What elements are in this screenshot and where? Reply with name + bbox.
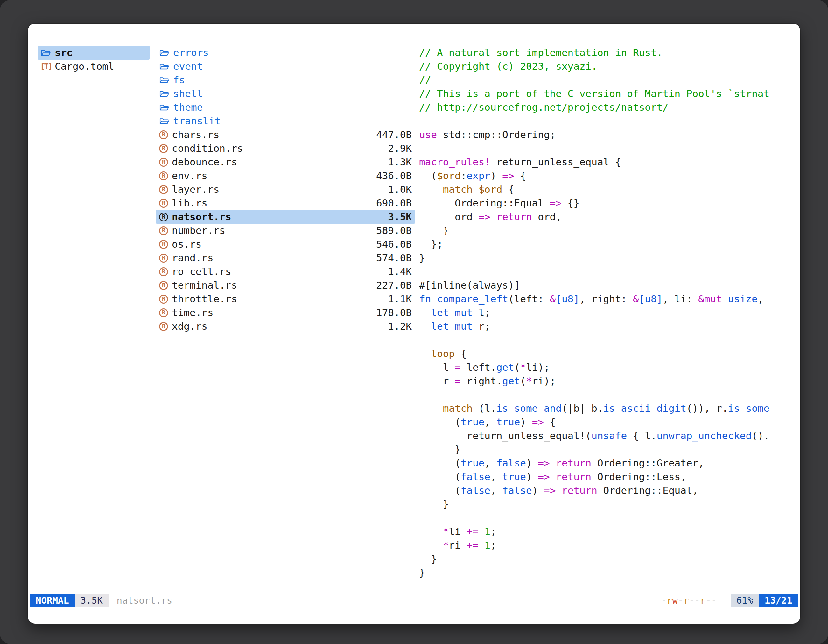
code-line: let mut l; xyxy=(419,306,788,320)
file-item-ro-cell-rs[interactable]: Rro_cell.rs1.4K xyxy=(156,265,415,278)
pane-divider xyxy=(416,46,416,586)
file-item-debounce-rs[interactable]: Rdebounce.rs1.3K xyxy=(156,155,415,169)
code-token: { xyxy=(455,348,466,359)
code-line: Ordering::Equal => {} xyxy=(419,196,788,210)
code-token: ri); xyxy=(532,375,556,387)
file-size: 1.3K xyxy=(388,155,412,169)
code-line: fn compare_left(left: &[u8], right: &[u8… xyxy=(419,292,788,306)
code-token: std::cmp::Ordering; xyxy=(437,129,556,140)
folder-open-icon xyxy=(159,102,169,113)
file-item-terminal-rs[interactable]: Rterminal.rs227.0B xyxy=(156,278,415,292)
code-token: // Copyright (c) 2023, sxyazi. xyxy=(419,60,597,72)
code-token: , xyxy=(490,471,502,483)
code-token xyxy=(478,526,485,537)
file-item-fs[interactable]: fs xyxy=(156,73,415,87)
code-token: , xyxy=(758,293,764,304)
file-item-chars-rs[interactable]: Rchars.rs447.0B xyxy=(156,128,415,142)
code-token: ri xyxy=(448,539,466,551)
rust-file-icon: R xyxy=(159,199,168,208)
parent-item-cargo-toml[interactable]: [T]Cargo.toml xyxy=(38,60,149,73)
file-name: lib.rs xyxy=(172,196,207,210)
file-preview-pane: // A natural sort implementation in Rust… xyxy=(419,46,788,580)
file-item-env-rs[interactable]: Renv.rs436.0B xyxy=(156,169,415,183)
scroll-percent: 61% xyxy=(731,594,759,607)
code-token xyxy=(419,539,443,551)
file-name: throttle.rs xyxy=(172,292,237,306)
code-token: * xyxy=(443,539,449,551)
file-item-number-rs[interactable]: Rnumber.rs589.0B xyxy=(156,224,415,237)
file-size: 1.4K xyxy=(388,265,412,278)
file-size: 227.0B xyxy=(376,278,412,292)
file-name: shell xyxy=(173,87,203,100)
status-filename: natsort.rs xyxy=(117,594,172,607)
code-token: loop xyxy=(431,348,455,359)
permission-char: r xyxy=(684,595,689,606)
permission-char: -- xyxy=(689,595,700,606)
code-token: }; xyxy=(419,238,443,250)
file-item-lib-rs[interactable]: Rlib.rs690.0B xyxy=(156,196,415,210)
file-item-event[interactable]: event xyxy=(156,60,415,73)
code-token: return xyxy=(556,457,591,469)
rust-file-icon: R xyxy=(159,171,168,180)
file-item-natsort-rs[interactable]: Rnatsort.rs3.5K xyxy=(156,210,415,224)
code-token: let xyxy=(431,307,448,318)
code-token: false xyxy=(502,484,532,496)
code-token xyxy=(478,539,485,551)
code-token: ( xyxy=(419,484,461,496)
rust-file-icon: R xyxy=(159,254,168,263)
code-line: // xyxy=(419,73,788,87)
code-token: match xyxy=(443,183,472,195)
code-token: false xyxy=(461,484,490,496)
parent-item-src[interactable]: src xyxy=(38,46,149,60)
file-item-translit[interactable]: translit xyxy=(156,114,415,128)
code-token xyxy=(448,320,455,332)
code-token: true xyxy=(461,457,485,469)
code-token: ord xyxy=(419,211,478,223)
code-token: return xyxy=(561,484,597,496)
file-item-errors[interactable]: errors xyxy=(156,46,415,60)
code-token: ) xyxy=(490,170,502,181)
code-token: ) xyxy=(526,457,538,469)
code-token: mut xyxy=(455,307,472,318)
code-token: // http://sourcefrog.net/projects/natsor… xyxy=(419,102,668,113)
code-token: ( xyxy=(419,471,461,483)
file-name: layer.rs xyxy=(172,183,219,196)
folder-open-icon xyxy=(159,61,169,72)
file-item-layer-rs[interactable]: Rlayer.rs1.0K xyxy=(156,183,415,196)
code-token: ) xyxy=(526,471,538,483)
code-token: } xyxy=(419,443,461,455)
code-token: 1 xyxy=(484,526,490,537)
code-token: $ord xyxy=(437,170,461,181)
folder-open-icon xyxy=(41,48,51,58)
code-token xyxy=(419,526,443,537)
code-token: ord, xyxy=(532,211,561,223)
code-token: , xyxy=(484,457,496,469)
code-token: (left: xyxy=(508,293,550,304)
file-size: 447.0B xyxy=(376,128,412,142)
file-item-shell[interactable]: shell xyxy=(156,87,415,100)
code-token: Ordering::Greater, xyxy=(591,457,704,469)
file-item-condition-rs[interactable]: Rcondition.rs2.9K xyxy=(156,142,415,155)
file-item-xdg-rs[interactable]: Rxdg.rs1.2K xyxy=(156,320,415,333)
file-item-theme[interactable]: theme xyxy=(156,100,415,114)
file-name: natsort.rs xyxy=(172,210,231,224)
rust-file-icon: R xyxy=(159,130,168,139)
permission-char: - xyxy=(661,595,666,606)
file-size: 178.0B xyxy=(376,306,412,320)
code-token xyxy=(419,307,431,318)
code-line: } xyxy=(419,224,788,237)
code-token: l xyxy=(419,362,455,373)
code-line: } xyxy=(419,552,788,566)
file-name: theme xyxy=(173,100,203,114)
file-item-rand-rs[interactable]: Rrand.rs574.0B xyxy=(156,251,415,265)
code-token: compare_left xyxy=(437,293,508,304)
code-token: // A natural sort implementation in Rust… xyxy=(419,47,663,58)
code-token: 1 xyxy=(484,539,490,551)
file-item-time-rs[interactable]: Rtime.rs178.0B xyxy=(156,306,415,320)
code-line xyxy=(419,511,788,525)
code-token: & xyxy=(550,293,556,304)
file-name: os.rs xyxy=(172,237,201,251)
code-line: *ri += 1; xyxy=(419,538,788,552)
file-item-throttle-rs[interactable]: Rthrottle.rs1.1K xyxy=(156,292,415,306)
file-item-os-rs[interactable]: Ros.rs546.0B xyxy=(156,237,415,251)
